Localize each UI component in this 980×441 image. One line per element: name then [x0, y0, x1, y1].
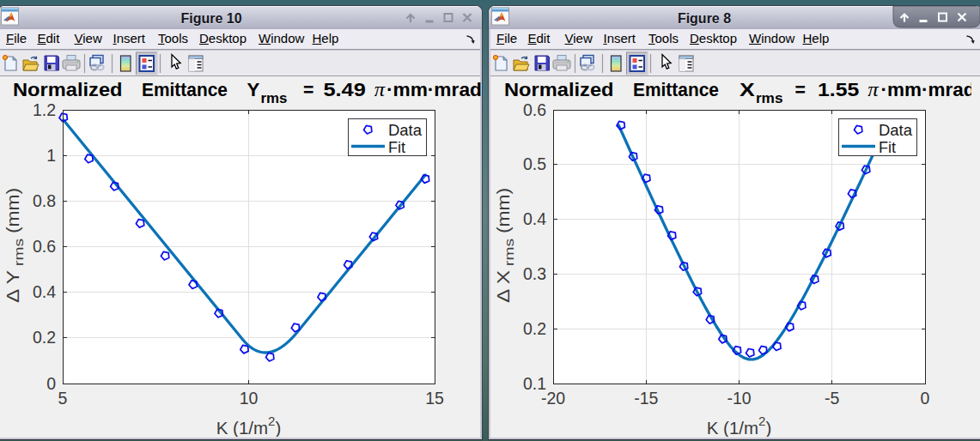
svg-text:10: 10	[240, 389, 259, 408]
svg-text:0.2: 0.2	[523, 319, 546, 338]
svg-text:NormalizedEmittanceXrms=1.55π·: NormalizedEmittanceXrms=1.55π·mm·mrad	[504, 79, 971, 106]
svg-text:0.4: 0.4	[33, 282, 56, 301]
svg-text:0.8: 0.8	[33, 191, 56, 210]
svg-text:NormalizedEmittanceYrms=5.49π·: NormalizedEmittanceYrms=5.49π·mm·mrad	[13, 79, 481, 106]
svg-text:-5: -5	[825, 389, 839, 408]
svg-text:0: 0	[46, 374, 56, 393]
svg-text:5: 5	[58, 389, 68, 408]
svg-text:15: 15	[425, 389, 444, 408]
svg-text:0.3: 0.3	[523, 264, 546, 283]
svg-text:Fit: Fit	[388, 139, 405, 156]
svg-text:Figure 8: Figure 8	[678, 11, 731, 26]
svg-text:Δ Yrms(mm): Δ Yrms(mm)	[3, 188, 26, 303]
svg-text:-15: -15	[634, 389, 658, 408]
svg-text:1.2: 1.2	[33, 100, 56, 119]
svg-text:Data: Data	[388, 122, 423, 139]
svg-text:K (1/m2): K (1/m2)	[707, 414, 772, 437]
svg-text:1: 1	[46, 146, 56, 165]
svg-text:0.2: 0.2	[33, 328, 56, 347]
svg-text:0: 0	[921, 389, 930, 408]
svg-text:Δ Xrms(mm): Δ Xrms(mm)	[494, 188, 516, 303]
svg-text:K (1/m2): K (1/m2)	[216, 414, 282, 437]
svg-text:Data: Data	[879, 122, 913, 139]
svg-text:Fit: Fit	[879, 139, 896, 156]
svg-text:0.6: 0.6	[523, 100, 546, 119]
svg-text:-10: -10	[727, 389, 751, 408]
svg-text:Figure 10: Figure 10	[180, 11, 241, 26]
svg-text:0.6: 0.6	[33, 237, 56, 256]
svg-text:0.5: 0.5	[523, 154, 546, 173]
svg-text:-20: -20	[541, 389, 565, 408]
svg-text:0.4: 0.4	[523, 209, 546, 228]
